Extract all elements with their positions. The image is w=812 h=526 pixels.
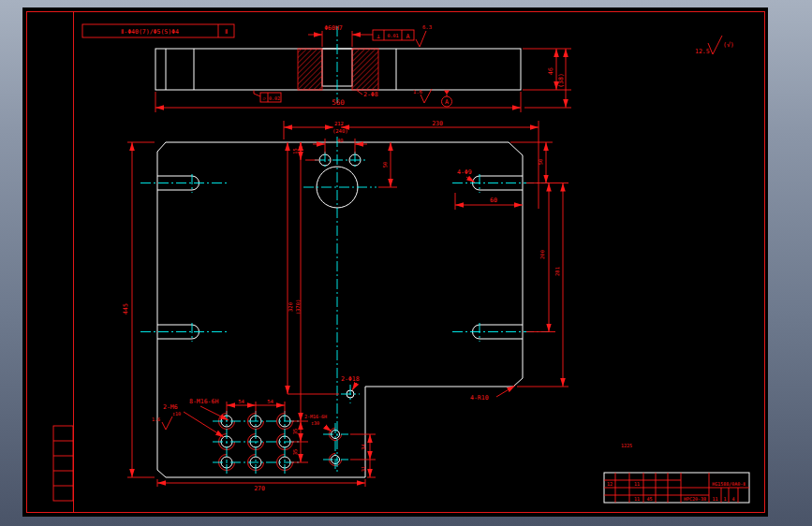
tb-cell-4: 11 (712, 496, 717, 502)
phi18-callout: 2-Φ18 (341, 375, 360, 383)
drawing-viewport[interactable]: Ⅱ-Φ40(7)/Φ5(S)Φ4 Ⅱ 1225 (0, 0, 812, 526)
roughness-bottom-value: 1.6 (413, 89, 422, 95)
dim-320: 320 (288, 302, 293, 312)
roughness-bore-value: 6.3 (422, 24, 432, 30)
counterbore-callout: 2-Φ8 (363, 91, 378, 98)
perp-symbol: ⊥ (376, 33, 380, 40)
tap-hole-roughness: 1.6 (152, 416, 160, 422)
tb-cell-2: 11 (634, 481, 640, 487)
perp-tolerance: 0.01 (387, 33, 398, 38)
grid-hole-callout: 8-M16-6H (189, 398, 218, 405)
corner-radius-callout: 4-R10 (470, 394, 489, 402)
flatness-tolerance: 0.02 (269, 95, 280, 101)
pair-hole-callout: 2-M16-6H (304, 414, 327, 419)
dim-54a: 54 (238, 399, 244, 404)
dim-240-ref: (240) (332, 128, 348, 134)
tb-cell-1: 12 (607, 481, 613, 487)
drawing-canvas (22, 7, 768, 517)
slot-hole-callout: 4-Φ9 (457, 168, 472, 176)
tap-hole-callout: 2-M6 (163, 403, 178, 411)
dim-50-mid: 50 (382, 162, 388, 168)
tb-sheet: 1 (723, 496, 726, 502)
dim-60: 60 (490, 197, 497, 204)
view-title-cell: Ⅱ (225, 28, 228, 36)
dim-270: 270 (254, 485, 265, 492)
dim-370-ref: (370) (295, 300, 301, 315)
general-roughness-value: 12.5 (695, 48, 710, 55)
dim-34: 34 (361, 444, 366, 450)
tap-hole-depth: ↧10 (172, 411, 181, 416)
thickness-dimension: 46 (547, 67, 554, 75)
dim-35b: 35 (292, 449, 298, 456)
datum-letter: A (445, 98, 449, 106)
dim-54b: 54 (267, 399, 273, 404)
general-roughness-suffix: (√) (723, 41, 734, 49)
tb-drawing-code: HG1588/0A0-Ⅱ (712, 481, 746, 487)
tb-model: HPC20-38 (684, 496, 706, 502)
dim-35a: 35 (292, 429, 298, 435)
dim-200: 200 (539, 250, 545, 259)
dim-212: 212 (334, 121, 344, 126)
tb-cell-3: 11 (634, 496, 640, 502)
dim-40: 40 (337, 138, 344, 143)
pair-hole-depth: ↧30 (311, 420, 319, 426)
tb-material: 45 (646, 496, 652, 502)
frame-note: 1225 (621, 443, 632, 448)
dim-31: 31 (361, 466, 366, 473)
thickness-ref-dimension: (38) (557, 73, 565, 88)
perp-datum-ref: A (406, 33, 410, 40)
bore-dimension: Φ60H7 (324, 24, 343, 32)
dim-281: 281 (554, 267, 560, 276)
length-dimension: 560 (332, 98, 345, 107)
tb-sheets: 4 (731, 496, 734, 502)
dim-230: 230 (432, 120, 443, 127)
view-title-label: Ⅱ-Φ40(7)/Φ5(S)Φ4 (121, 28, 179, 36)
dim-15: 15 (292, 148, 298, 154)
cad-app-window: Ⅱ-Φ40(7)/Φ5(S)Φ4 Ⅱ 1225 (0, 0, 812, 526)
dim-50-right: 50 (538, 159, 543, 166)
dim-445: 445 (122, 303, 129, 314)
